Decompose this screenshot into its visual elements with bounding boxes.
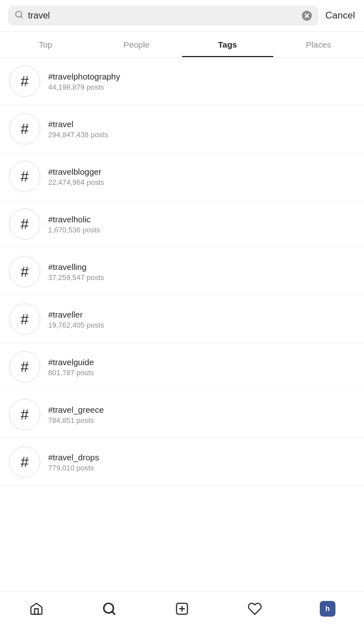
tag-name: #travelguide xyxy=(48,357,94,367)
tag-info: #travelholic 1,670,536 posts xyxy=(48,214,100,234)
tag-results: # #travelphotography 44,198,879 posts # … xyxy=(0,58,364,525)
tag-item[interactable]: # #traveller 19,762,405 posts xyxy=(0,296,364,343)
tag-icon-circle: # xyxy=(9,66,40,97)
tag-icon-circle: # xyxy=(9,399,40,430)
tag-name: #travelblogger xyxy=(48,167,104,176)
tag-icon-circle: # xyxy=(9,113,40,144)
tag-info: #travelphotography 44,198,879 posts xyxy=(48,72,120,91)
tag-icon-circle: # xyxy=(9,256,40,287)
hash-icon: # xyxy=(21,360,29,374)
tag-count: 294,847,438 posts xyxy=(48,130,108,139)
clear-button[interactable] xyxy=(302,11,312,21)
tag-info: #travelblogger 22,474,964 posts xyxy=(48,167,104,186)
nav-search-button[interactable] xyxy=(95,595,123,623)
tag-count: 19,762,405 posts xyxy=(48,321,104,329)
hash-icon: # xyxy=(21,122,29,136)
tag-info: #travelling 37,259,547 posts xyxy=(48,262,104,282)
tag-icon-circle: # xyxy=(9,304,40,335)
tag-icon-circle: # xyxy=(9,446,40,478)
bottom-nav: h xyxy=(0,591,364,625)
tag-item[interactable]: # #travelblogger 22,474,964 posts xyxy=(0,153,364,200)
tag-count: 1,670,536 posts xyxy=(48,226,100,234)
tag-icon-circle: # xyxy=(9,351,40,383)
tag-info: #travel_drops 779,010 posts xyxy=(48,453,99,472)
tab-places[interactable]: Places xyxy=(273,32,365,57)
nav-activity-button[interactable] xyxy=(241,595,269,623)
cancel-button[interactable]: Cancel xyxy=(324,10,356,21)
tag-info: #travel_greece 784,851 posts xyxy=(48,405,104,425)
tag-count: 801,787 posts xyxy=(48,369,94,377)
tag-name: #travel_drops xyxy=(48,453,99,462)
tag-item[interactable]: # #travel 294,847,438 posts xyxy=(0,105,364,153)
tag-info: #traveller 19,762,405 posts xyxy=(48,310,104,329)
hash-icon: # xyxy=(21,455,29,469)
tag-name: #travelling xyxy=(48,262,104,272)
tag-list: # #travelphotography 44,198,879 posts # … xyxy=(0,58,364,486)
tag-name: #travel xyxy=(48,119,108,129)
tag-name: #travelphotography xyxy=(48,72,120,81)
search-bar: travel Cancel xyxy=(0,0,364,32)
nav-profile-button[interactable]: h xyxy=(314,595,342,623)
hash-icon: # xyxy=(21,312,29,327)
tag-name: #travel_greece xyxy=(48,405,104,414)
nav-add-button[interactable] xyxy=(168,595,196,623)
tag-item[interactable]: # #travelholic 1,670,536 posts xyxy=(0,200,364,248)
search-input-wrapper: travel xyxy=(8,6,319,26)
tag-item[interactable]: # #travelphotography 44,198,879 posts xyxy=(0,58,364,105)
tag-info: #travelguide 801,787 posts xyxy=(48,357,94,377)
hash-icon: # xyxy=(21,169,29,184)
tag-count: 37,259,547 posts xyxy=(48,273,104,282)
hash-icon: # xyxy=(21,407,29,422)
tag-item[interactable]: # #travel_drops 779,010 posts xyxy=(0,439,364,486)
hash-icon: # xyxy=(21,217,29,231)
tag-count: 784,851 posts xyxy=(48,416,104,425)
tag-item[interactable]: # #travelguide 801,787 posts xyxy=(0,343,364,391)
hash-icon: # xyxy=(21,74,29,88)
svg-line-1 xyxy=(21,16,22,18)
tag-count: 779,010 posts xyxy=(48,464,99,472)
nav-home-button[interactable] xyxy=(22,595,50,623)
hash-icon: # xyxy=(21,264,29,279)
search-input[interactable]: travel xyxy=(28,11,297,21)
tag-item[interactable]: # #travel_greece 784,851 posts xyxy=(0,391,364,439)
tag-name: #traveller xyxy=(48,310,104,319)
tag-item[interactable]: # #travelling 37,259,547 posts xyxy=(0,248,364,296)
tag-icon-circle: # xyxy=(9,208,40,240)
tag-count: 44,198,879 posts xyxy=(48,83,120,91)
tab-people[interactable]: People xyxy=(91,32,183,57)
tab-top[interactable]: Top xyxy=(0,32,91,57)
tag-info: #travel 294,847,438 posts xyxy=(48,119,108,139)
svg-line-3 xyxy=(112,612,115,614)
profile-icon: h xyxy=(320,601,335,617)
tag-count: 22,474,964 posts xyxy=(48,178,104,186)
search-icon xyxy=(15,10,24,21)
tabs-bar: Top People Tags Places xyxy=(0,32,364,58)
tab-tags[interactable]: Tags xyxy=(182,32,273,57)
tag-name: #travelholic xyxy=(48,214,100,224)
tag-icon-circle: # xyxy=(9,161,40,192)
